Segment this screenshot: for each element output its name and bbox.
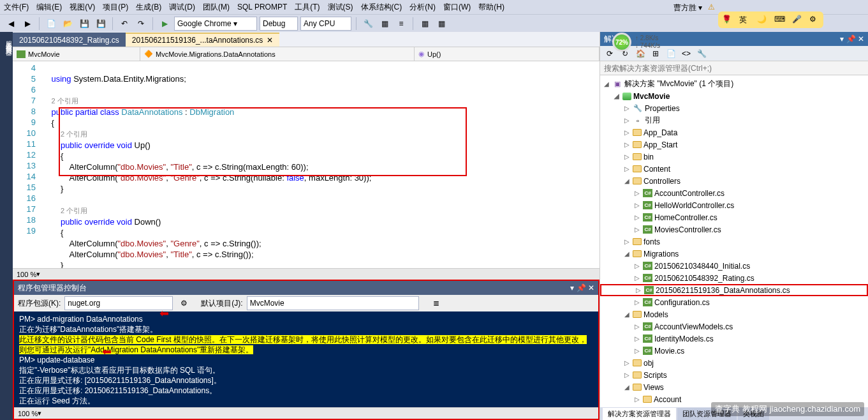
tree-node[interactable]: ▷C#Movie.cs — [600, 345, 868, 357]
sol-search-input[interactable] — [600, 61, 868, 75]
tree-node[interactable]: ▷C#IdentityModels.cs — [600, 333, 868, 345]
gear-icon[interactable]: ⚙ — [809, 15, 820, 25]
project-node[interactable]: ◢MvcMovie — [600, 90, 868, 102]
menu-item[interactable]: 体系结构(C) — [361, 2, 402, 13]
flower-icon: 🌹 — [722, 15, 732, 25]
tool-icon[interactable]: 🔧 — [695, 47, 709, 61]
nav-fwd-icon[interactable]: ▶ — [20, 17, 34, 31]
tool-icon[interactable]: ▦ — [418, 17, 432, 31]
tool-icon[interactable]: 🔧 — [361, 17, 375, 31]
tool-icon[interactable]: ▦ — [434, 17, 448, 31]
document-tab[interactable]: 201506210548392_Rating.cs — [13, 33, 126, 47]
arrow-icon: ⬅ — [102, 345, 112, 359]
document-tabs: 201506210548392_Rating.cs201506211519136… — [13, 32, 600, 47]
pin-icon[interactable]: ▾ 📌 ✕ — [570, 283, 594, 292]
pmc-project-label: 默认项目(J): — [201, 298, 242, 309]
net-speed-widget[interactable]: 72% ↑ 2.8K/s ↓ 744K/s — [612, 33, 689, 51]
tree-node[interactable]: ▷C#201506211519136_DataAnnotations.cs — [600, 284, 868, 296]
clear-icon[interactable]: ≣ — [429, 296, 443, 310]
platform-combo[interactable]: Any CPU — [300, 17, 351, 31]
tree-node[interactable]: ▷C#AccountViewModels.cs — [600, 320, 868, 333]
mic-icon[interactable]: 🎤 — [792, 15, 802, 25]
navigation-bar: MvcMovie 🔶MvcMovie.Migrations.DataAnnota… — [13, 47, 600, 61]
gear-icon[interactable]: ⚙ — [177, 296, 191, 310]
nav-member[interactable]: ◉Up() — [415, 47, 600, 61]
menu-item[interactable]: 窗口(W) — [443, 2, 471, 13]
undo-icon[interactable]: ↶ — [117, 17, 131, 31]
tree-node[interactable]: ◢Migrations — [600, 248, 868, 260]
tree-node[interactable]: ▷App_Start — [600, 139, 868, 151]
save-icon[interactable]: 💾 — [77, 17, 91, 31]
menu-item[interactable]: 项目(P) — [103, 2, 128, 13]
config-combo[interactable]: Debug — [260, 17, 298, 31]
pmc-toolbar: 程序包源(K): nuget.org ⚙ 默认项目(J): MvcMovie ≣ — [14, 295, 598, 311]
keyboard-icon[interactable]: ⌨ — [774, 15, 784, 25]
menu-item[interactable]: SQL PROMPT — [237, 3, 287, 11]
speed-percent: 72% — [612, 33, 631, 52]
run-icon[interactable]: ▶ — [158, 17, 172, 31]
ime-strip[interactable]: 🌹 英 🌙 ⌨ 🎤 ⚙ — [718, 11, 823, 28]
tree-node[interactable]: ▷fonts — [600, 236, 868, 248]
watermark: 查字典 教程网 jiaocheng.chazidian.com — [711, 402, 864, 416]
browser-combo[interactable]: Google Chrome ▾ — [174, 17, 257, 31]
tree-node[interactable]: ▷Content — [600, 163, 868, 175]
solution-explorer: 解决 ▾ 📌 ✕ ⟳ ↻ 🏠 ⊞ 📄 <> 🔧 ◢▣解决方案 "MvcMovie… — [600, 32, 868, 420]
pmc-source-combo[interactable]: nuget.org — [64, 296, 173, 310]
tree-node[interactable]: ▷App_Data — [600, 126, 868, 139]
close-icon[interactable]: ✕ — [267, 36, 273, 45]
nav-back-icon[interactable]: ◀ — [4, 17, 18, 31]
menu-item[interactable]: 工具(T) — [295, 2, 320, 13]
pmc-zoom[interactable]: 100 % ▾ — [14, 407, 598, 419]
arrow-icon: ⬅ — [159, 306, 169, 320]
tree-node[interactable]: ▷C#AccountController.cs — [600, 187, 868, 199]
nav-project[interactable]: MvcMovie — [13, 47, 140, 61]
warn-icon[interactable]: ⚠ — [708, 3, 715, 11]
new-icon[interactable]: 📄 — [44, 17, 58, 31]
tree-node[interactable]: ▷▫引用 — [600, 114, 868, 126]
menu-item[interactable]: 帮助(H) — [478, 2, 504, 13]
menu-item[interactable]: 团队(M) — [203, 2, 230, 13]
tree-node[interactable]: ▷bin — [600, 151, 868, 163]
nav-class[interactable]: 🔶MvcMovie.Migrations.DataAnnotations — [140, 47, 415, 61]
line-numbers: 4 5 6 7 8 9 10 11 12 13 14 15 16 17 18 1… — [13, 61, 40, 268]
sol-search[interactable] — [600, 61, 868, 75]
menu-item[interactable]: 文件(F) — [4, 2, 29, 13]
tree-node[interactable]: ▷obj — [600, 357, 868, 369]
tool-icon[interactable]: ▦ — [378, 17, 392, 31]
solution-tree[interactable]: ◢▣解决方案 "MvcMovie" (1 个项目) ◢MvcMovie ▷🔧Pr… — [600, 75, 868, 407]
tool-icon[interactable]: ≡ — [394, 17, 408, 31]
ime-icon[interactable]: 英 — [739, 15, 749, 25]
tree-node[interactable]: ◢Models — [600, 308, 868, 320]
document-tab[interactable]: 201506211519136_...taAnnotations.cs ✕ — [126, 33, 280, 47]
redo-icon[interactable]: ↷ — [134, 17, 148, 31]
pmc-output[interactable]: PM> add-migration DataAnnotations 正在为迁移"… — [14, 311, 598, 407]
menu-item[interactable]: 分析(N) — [409, 2, 436, 13]
menu-item[interactable]: 生成(B) — [136, 2, 161, 13]
tree-node[interactable]: ◢Views — [600, 381, 868, 393]
server-explorer-tab[interactable]: 服务器资源管理器 — [0, 32, 13, 420]
zoom-bar[interactable]: 100 % ▾ — [13, 268, 600, 280]
tree-node[interactable]: ▷C#201506210348440_Initial.cs — [600, 260, 868, 272]
menu-item[interactable]: 测试(S) — [328, 2, 353, 13]
tree-node[interactable]: ▷C#Configuration.cs — [600, 296, 868, 308]
tree-node[interactable]: ▷C#MoviesController.cs — [600, 223, 868, 236]
pmc-project-combo[interactable]: MvcMovie — [247, 296, 419, 310]
tree-node[interactable]: ▷C#HelloWorldController.cs — [600, 199, 868, 211]
menu-item[interactable]: 编辑(E) — [36, 2, 62, 13]
save-all-icon[interactable]: 💾 — [94, 17, 108, 31]
close-icon[interactable]: ▾ 📌 ✕ — [840, 34, 864, 43]
tree-node[interactable]: ▷C#HomeController.cs — [600, 211, 868, 223]
tree-node[interactable]: ▷C#201506210548392_Rating.cs — [600, 272, 868, 284]
tree-node[interactable]: ◢Controllers — [600, 175, 868, 187]
panel-tab[interactable]: 解决方案资源管理器 — [603, 408, 676, 420]
moon-icon[interactable]: 🌙 — [757, 15, 767, 25]
tree-node[interactable]: ▷Scripts — [600, 369, 868, 381]
code-body[interactable]: using System.Data.Entity.Migrations; 2 个… — [40, 61, 600, 268]
tree-node[interactable]: ▷🔧Properties — [600, 102, 868, 114]
menu-item[interactable]: 视图(V) — [70, 2, 95, 13]
code-editor[interactable]: 4 5 6 7 8 9 10 11 12 13 14 15 16 17 18 1… — [13, 61, 600, 268]
user-menu[interactable]: 曹方胜 ▾ — [673, 3, 702, 13]
solution-root[interactable]: ◢▣解决方案 "MvcMovie" (1 个项目) — [600, 78, 868, 90]
open-icon[interactable]: 📂 — [61, 17, 75, 31]
menu-item[interactable]: 调试(D) — [169, 2, 195, 13]
